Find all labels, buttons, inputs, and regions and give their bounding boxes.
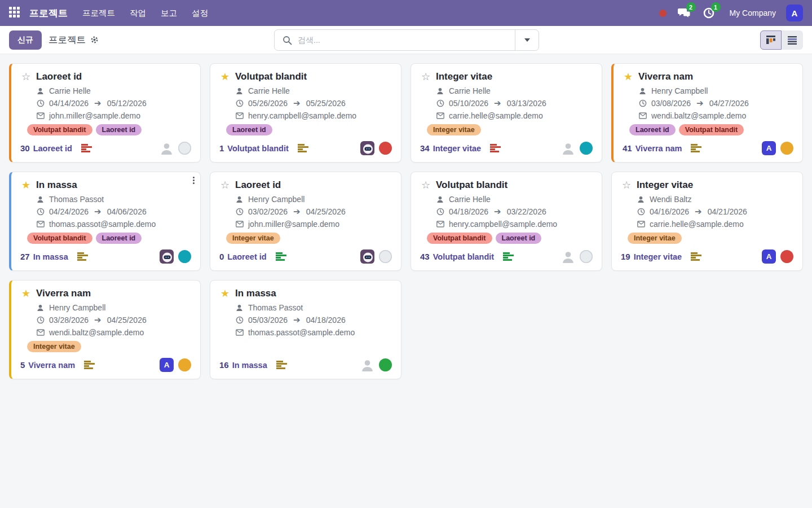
assignee-avatar[interactable]	[561, 249, 575, 264]
messages-icon[interactable]: 2	[677, 6, 691, 20]
project-card[interactable]: ☆ Volutpat blandit Carrie Helle 04/18/20…	[411, 172, 602, 271]
task-count-label[interactable]: Laoreet id	[227, 252, 266, 261]
project-card[interactable]: ★ In massa Thomas Passot 05/03/2026 ➔ 04…	[210, 280, 401, 379]
list-view-icon	[787, 36, 797, 45]
tasks-icon[interactable]	[298, 144, 308, 152]
project-title[interactable]: In massa	[235, 288, 276, 299]
user-icon	[235, 304, 244, 312]
company-switcher[interactable]: My Company	[730, 8, 776, 17]
project-title[interactable]: Viverra nam	[638, 71, 693, 82]
breadcrumb-title[interactable]: 프로젝트	[48, 34, 86, 46]
new-button[interactable]: 신규	[9, 30, 42, 50]
status-circle[interactable]	[780, 142, 793, 155]
assignee-avatar[interactable]	[360, 141, 374, 155]
menu-settings[interactable]: 설정	[192, 8, 208, 19]
card-tags: Volutpat blanditLaoreet id	[27, 124, 191, 135]
status-circle[interactable]	[379, 358, 392, 371]
assignee-avatar[interactable]	[160, 141, 174, 155]
arrow-right-icon: ➔	[292, 98, 302, 108]
gear-icon[interactable]	[90, 36, 99, 44]
card-tags: Volutpat blanditLaoreet id	[427, 233, 593, 244]
assignee-avatar[interactable]	[360, 249, 374, 264]
search-input[interactable]	[298, 36, 515, 45]
status-circle[interactable]	[580, 250, 593, 263]
list-view-button[interactable]	[782, 30, 803, 50]
tasks-icon[interactable]	[490, 144, 501, 152]
project-title[interactable]: Viverra nam	[36, 288, 91, 299]
project-card[interactable]: ★ In massa Thomas Passot 04/24/2026 ➔ 04…	[9, 172, 201, 271]
apps-menu-icon[interactable]	[9, 7, 21, 19]
favorite-star-icon[interactable]: ☆	[420, 72, 431, 82]
card-tags: Volutpat blanditLaoreet id	[27, 233, 191, 244]
tasks-icon[interactable]	[503, 252, 514, 261]
tasks-icon[interactable]	[691, 252, 701, 261]
favorite-star-icon[interactable]: ★	[623, 72, 634, 82]
project-title[interactable]: Volutpat blandit	[235, 71, 307, 82]
favorite-star-icon[interactable]: ☆	[420, 180, 431, 190]
favorite-star-icon[interactable]: ★	[219, 72, 231, 82]
project-manager: Wendi Baltz	[650, 195, 691, 204]
assignee-avatar[interactable]: A	[160, 358, 174, 372]
tasks-icon[interactable]	[77, 252, 88, 261]
favorite-star-icon[interactable]: ★	[219, 288, 231, 299]
assignee-avatar[interactable]	[561, 141, 575, 155]
favorite-star-icon[interactable]: ☆	[621, 180, 632, 190]
project-card[interactable]: ☆ Laoreet id Henry Campbell 03/02/2026 ➔…	[210, 172, 401, 271]
tasks-icon[interactable]	[81, 144, 92, 152]
arrow-right-icon: ➔	[93, 207, 103, 217]
tasks-icon[interactable]	[276, 252, 286, 261]
project-card[interactable]: ☆ Laoreet id Carrie Helle 04/14/2026 ➔ 0…	[9, 63, 201, 163]
status-circle[interactable]	[178, 250, 191, 263]
menu-tasks[interactable]: 작업	[130, 8, 146, 19]
project-title[interactable]: Volutpat blandit	[436, 179, 508, 191]
kanban-view-button[interactable]	[760, 30, 782, 50]
favorite-star-icon[interactable]: ☆	[20, 72, 32, 82]
status-circle[interactable]	[780, 250, 793, 263]
menu-projects[interactable]: 프로젝트	[82, 8, 115, 19]
status-circle[interactable]	[580, 142, 593, 155]
task-count-label[interactable]: Volutpat blandit	[433, 252, 494, 261]
app-name[interactable]: 프로젝트	[29, 7, 68, 20]
search-dropdown-toggle[interactable]	[515, 30, 539, 50]
project-card[interactable]: ★ Viverra nam Henry Campbell 03/28/2026 …	[9, 280, 201, 379]
project-email-row: wendi.baltz@sample.demo	[638, 111, 793, 120]
status-circle[interactable]	[379, 142, 392, 155]
assignee-avatar[interactable]	[360, 358, 374, 372]
status-circle[interactable]	[178, 358, 191, 371]
project-title[interactable]: Laoreet id	[36, 71, 82, 82]
assignee-avatar[interactable]	[160, 249, 174, 264]
assignee-avatar[interactable]: A	[762, 141, 776, 155]
project-card[interactable]: ★ Viverra nam Henry Campbell 03/08/2026 …	[611, 63, 803, 163]
envelope-icon	[436, 221, 444, 227]
task-count-label[interactable]: Volutpat blandit	[227, 144, 288, 153]
project-card[interactable]: ☆ Integer vitae Carrie Helle 05/10/2026 …	[411, 63, 602, 163]
task-count-label[interactable]: Laoreet id	[33, 144, 72, 153]
task-count-label[interactable]: In massa	[232, 361, 267, 370]
assignee-avatar[interactable]: A	[762, 249, 776, 264]
project-title[interactable]: In massa	[36, 179, 77, 191]
project-card[interactable]: ☆ Integer vitae Wendi Baltz 04/16/2026 ➔…	[611, 172, 803, 271]
project-title[interactable]: Laoreet id	[235, 179, 281, 191]
project-title[interactable]: Integer vitae	[637, 179, 693, 191]
user-avatar[interactable]: A	[786, 5, 803, 21]
task-count-label[interactable]: Viverra nam	[636, 144, 682, 153]
task-count-label[interactable]: In massa	[33, 252, 68, 261]
task-count-label[interactable]: Integer vitae	[634, 252, 682, 261]
favorite-star-icon[interactable]: ☆	[219, 180, 231, 190]
card-menu-icon[interactable]	[193, 177, 195, 184]
project-email-row: henry.campbell@sample.demo	[436, 220, 593, 229]
task-count-label[interactable]: Viverra nam	[28, 361, 75, 370]
project-card[interactable]: ★ Volutpat blandit Carrie Helle 05/26/20…	[210, 63, 401, 163]
menu-reporting[interactable]: 보고	[161, 8, 177, 19]
favorite-star-icon[interactable]: ★	[20, 288, 32, 299]
project-title[interactable]: Integer vitae	[436, 71, 492, 82]
status-circle[interactable]	[178, 142, 191, 155]
activities-icon[interactable]: 1	[701, 6, 716, 20]
status-circle[interactable]	[379, 250, 392, 263]
favorite-star-icon[interactable]: ★	[20, 180, 32, 190]
task-count-label[interactable]: Integer vitae	[433, 144, 481, 153]
tasks-icon[interactable]	[276, 361, 287, 369]
project-manager-row: Carrie Helle	[436, 86, 593, 95]
tasks-icon[interactable]	[691, 144, 701, 152]
tasks-icon[interactable]	[84, 361, 95, 369]
